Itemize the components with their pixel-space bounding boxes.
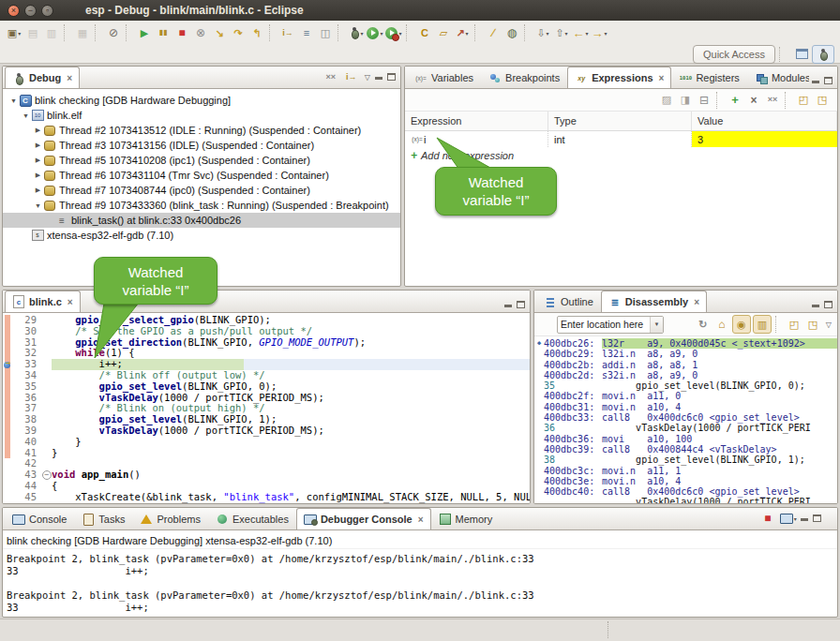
disassembly-line[interactable]: 400dbc3e:movi.n a10, 4 — [534, 476, 837, 486]
show-type-names-button[interactable]: ▨ — [658, 92, 675, 109]
show-debug-sourcelookup-button[interactable]: ≡ — [298, 24, 315, 41]
tree-expander-icon[interactable]: ▶ — [33, 157, 43, 164]
dropdown-arrow-icon[interactable]: ▾ — [466, 30, 469, 37]
code-line[interactable]: 41} — [3, 448, 530, 459]
maximize-icon[interactable] — [386, 72, 397, 82]
debug-tree-item[interactable]: ≡blink_task() at blink.c:33 0x400dbc26 — [3, 213, 400, 228]
code-line[interactable]: 45 xTaskCreate(&blink_task, "blink_task"… — [3, 492, 530, 503]
debug-tree-item[interactable]: ▶Thread #7 1073408744 (ipc0) (Suspended … — [3, 183, 400, 198]
pin-view-button[interactable]: ◳ — [814, 92, 831, 109]
disassembly-line[interactable]: 400dbc36:movi a10, 100 — [534, 434, 837, 444]
save-all-button[interactable]: ▥ — [43, 24, 60, 41]
maximize-icon[interactable] — [823, 76, 833, 85]
collapse-all-button[interactable]: ⊟ — [696, 92, 712, 109]
tab-close-icon[interactable]: × — [659, 73, 665, 83]
pin-view-button[interactable]: ◳ — [804, 316, 821, 333]
instruction-stepping-mode-button[interactable]: i→ — [343, 68, 360, 85]
back-button[interactable]: ←▾ — [572, 24, 589, 41]
new-c-element-button[interactable]: C — [416, 24, 433, 41]
disassembly-listing[interactable]: ◆400dbc26:l32r a9, 0x400d045c <_stext+10… — [534, 336, 837, 504]
tree-expander-icon[interactable]: ▶ — [33, 127, 43, 134]
editor-tab-blink-c[interactable]: cblink.c× — [5, 291, 81, 312]
show-logical-structure-button[interactable]: ◨ — [677, 92, 694, 109]
location-dropdown-icon[interactable]: ▼ — [650, 317, 663, 333]
code-editor-area[interactable]: 29 gpio_pad_select_gpio(BLINK_GPIO);30 /… — [3, 313, 530, 504]
console-output[interactable]: Breakpoint 2, blink_task (pvParameter=0x… — [3, 549, 837, 614]
disassembly-line[interactable]: 400dbc2b:addi.n a8, a8, 1 — [534, 360, 837, 370]
disassembly-line[interactable]: 400dbc2d:s32i.n a8, a9, 0 — [534, 370, 837, 380]
external-tools-button[interactable]: ▾ — [385, 24, 402, 41]
add-new-expression-row[interactable]: + Add new expression — [405, 147, 837, 163]
debug-launch-button[interactable]: ▾ — [348, 24, 365, 41]
minimize-icon[interactable] — [811, 300, 821, 309]
maximize-icon[interactable] — [823, 300, 833, 309]
refresh-view-button[interactable]: ↻ — [695, 316, 712, 333]
console-tab-problems[interactable]: Problems — [132, 508, 207, 529]
code-line[interactable]: 43void app_main() — [3, 470, 530, 481]
disassembly-tab-disassembly[interactable]: ≣Disassembly× — [601, 291, 707, 312]
dropdown-arrow-icon[interactable]: ▾ — [547, 30, 549, 37]
display-selected-console-button[interactable]: ▾ — [780, 510, 797, 527]
step-over-button[interactable]: ↷ — [230, 24, 247, 41]
show-source-button[interactable]: ▥ — [753, 315, 772, 334]
debug-tree-item[interactable]: ▼10blink.elf — [3, 108, 400, 123]
toggle-mark-occurrences-button[interactable]: ∕ — [485, 24, 502, 41]
disassembly-line[interactable]: 400dbc29:l32i.n a8, a9, 0 — [534, 349, 837, 359]
disassembly-line[interactable]: 36 vTaskDelay(1000 / portTICK_PERI — [534, 423, 837, 433]
column-header-expression[interactable]: Expression — [405, 112, 548, 130]
debug-tree-item[interactable]: ▼Cblink checking [GDB Hardware Debugging… — [3, 93, 400, 108]
open-web-browser-button[interactable]: ◍ — [503, 24, 520, 41]
tree-expander-icon[interactable]: ▼ — [33, 202, 43, 209]
console-tab-console[interactable]: Console — [5, 508, 74, 529]
disassembly-tab-outline[interactable]: Outline — [536, 291, 601, 312]
debug-tree-item[interactable]: $xtensa-esp32-elf-gdb (7.10) — [3, 228, 400, 243]
suspend-button[interactable]: ▮▮ — [155, 24, 172, 41]
disassembly-line[interactable]: 400dbc2f:movi.n a11, 0 — [534, 391, 837, 401]
debug-tree-item[interactable]: ▼Thread #9 1073433360 (blink_task : Runn… — [3, 198, 400, 213]
tree-expander-icon[interactable]: ▶ — [33, 142, 43, 149]
go-to-last-edit-button[interactable]: ⇧▾ — [553, 24, 570, 41]
build-button[interactable]: ▦ — [74, 24, 91, 41]
dropdown-arrow-icon[interactable]: ▾ — [18, 30, 21, 37]
minimize-icon[interactable] — [811, 76, 821, 85]
debug-tree-item[interactable]: ▶Thread #6 1073431104 (Tmr Svc) (Suspend… — [3, 168, 400, 183]
home-button[interactable]: ⌂ — [713, 316, 730, 333]
new-disassembly-view-button[interactable]: ◰ — [786, 316, 802, 333]
breakpoint-instruction-pointer-icon[interactable] — [4, 360, 13, 369]
forward-button[interactable]: →▾ — [591, 24, 608, 41]
column-header-type[interactable]: Type — [548, 112, 692, 130]
maximize-icon[interactable] — [516, 300, 526, 309]
step-return-button[interactable]: ↰ — [248, 24, 265, 41]
dropdown-arrow-icon[interactable]: ▾ — [604, 30, 607, 37]
disassembly-line[interactable]: 400dbc33:call8 0x400dc6c0 <gpio_set_leve… — [534, 412, 837, 423]
expressions-tab-modules[interactable]: Modules — [747, 67, 809, 88]
tree-expander-icon[interactable]: ▶ — [33, 171, 43, 179]
code-line[interactable]: 39 vTaskDelay(1000 / portTICK_PERIOD_MS)… — [3, 425, 530, 437]
disassembly-line[interactable]: 400dbc40:call8 0x400dc6c0 <gpio_set_leve… — [534, 486, 837, 497]
debug-tree-item[interactable]: ▶Thread #3 1073413156 (IDLE) (Suspended … — [3, 138, 400, 153]
view-menu-icon[interactable]: ▽ — [363, 73, 372, 82]
new-wizard-button[interactable]: ▣▾ — [6, 24, 22, 41]
code-line[interactable]: 40 } — [3, 437, 530, 448]
tree-expander-icon[interactable]: ▼ — [21, 112, 31, 119]
debug-perspective-button[interactable] — [812, 45, 834, 64]
column-header-value[interactable]: Value — [692, 112, 837, 130]
tab-close-icon[interactable]: × — [68, 297, 73, 307]
console-tab-memory[interactable]: Memory — [431, 508, 501, 529]
disassembly-line[interactable]: 400dbc3c:movi.n a11, 1 — [534, 466, 837, 476]
step-into-button[interactable]: ↘ — [211, 24, 228, 41]
expressions-tab-variables[interactable]: (x)=Variables — [407, 67, 481, 88]
disassembly-line[interactable]: vTaskDelay(1000 / portTICK_PERI — [534, 497, 837, 504]
open-perspective-button[interactable] — [791, 46, 812, 63]
instruction-stepping-button[interactable]: i→ — [279, 24, 296, 41]
remove-expression-button[interactable]: × — [745, 92, 762, 109]
save-button[interactable]: ▤ — [24, 24, 41, 41]
window-close-button[interactable]: × — [8, 5, 20, 17]
expressions-tab-expressions[interactable]: xyExpressions× — [567, 67, 671, 88]
dropdown-arrow-icon[interactable]: ▾ — [398, 30, 401, 37]
resume-button[interactable]: ▶ — [136, 24, 153, 41]
terminate-console-button[interactable]: ■ — [759, 510, 776, 527]
console-tab-executables[interactable]: Executables — [208, 508, 296, 529]
disconnect-button[interactable]: ⊗ — [192, 24, 209, 41]
remove-all-expressions-button[interactable]: ×× — [764, 92, 781, 109]
